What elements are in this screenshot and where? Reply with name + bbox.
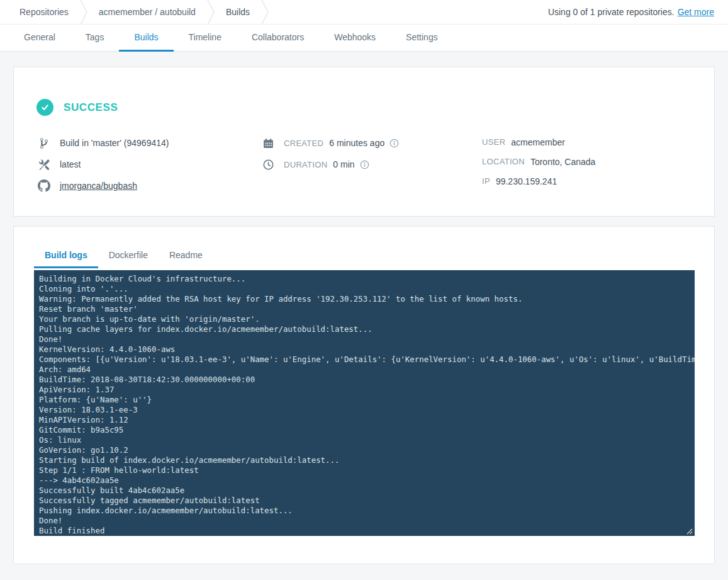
location-row: LOCATION Toronto, Canada: [482, 152, 692, 171]
tab-webhooks[interactable]: Webhooks: [319, 25, 391, 52]
user-value: acmemember: [511, 137, 565, 147]
main-content: SUCCESS Build in 'master' (94969414) lat…: [0, 52, 728, 576]
wrench-icon: [36, 159, 52, 170]
ip-value: 99.230.159.241: [496, 176, 557, 186]
chevron-separator-icon: [80, 0, 87, 25]
get-more-link[interactable]: Get more: [678, 7, 714, 17]
breadcrumb-builds[interactable]: Builds: [226, 0, 250, 25]
build-branch-label: Build in 'master' (94969414): [60, 138, 169, 148]
source-repo-link[interactable]: jmorganca/bugbash: [60, 181, 137, 191]
breadcrumb: Repositories acmemember / autobuild Buil…: [20, 0, 280, 24]
user-label: USER: [482, 137, 505, 147]
resize-handle-icon[interactable]: [686, 528, 693, 535]
location-label: LOCATION: [482, 157, 525, 166]
duration-value: 0 min: [333, 159, 354, 169]
build-logs-card: Build logs Dockerfile Readme Building in…: [13, 226, 715, 564]
git-branch-icon: [36, 137, 52, 149]
build-branch-row: Build in 'master' (94969414): [36, 132, 260, 154]
created-label: CREATED: [284, 139, 323, 148]
log-tab-bar: Build logs Dockerfile Readme: [34, 243, 694, 268]
build-user-column: USER acmemember LOCATION Toronto, Canada…: [482, 132, 692, 196]
calendar-icon: [260, 138, 276, 149]
tab-collaborators[interactable]: Collaborators: [237, 25, 319, 52]
build-tag-label: latest: [60, 159, 81, 169]
github-icon: [36, 179, 52, 192]
duration-label: DURATION: [284, 160, 327, 169]
breadcrumb-repository[interactable]: acmemember / autobuild: [99, 0, 196, 25]
status-badge: SUCCESS: [64, 101, 118, 114]
ip-row: IP 99.230.159.241: [482, 171, 692, 191]
repo-tab-bar: General Tags Builds Timeline Collaborato…: [0, 25, 728, 52]
build-tag-row: latest: [36, 154, 260, 175]
build-times-column: CREATED 6 minutes ago DURATION 0 min: [260, 132, 482, 196]
source-repo-row: jmorganca/bugbash: [36, 175, 260, 196]
chevron-separator-icon: [207, 0, 215, 25]
created-row: CREATED 6 minutes ago: [260, 132, 482, 154]
success-check-icon: [36, 99, 53, 116]
build-source-column: Build in 'master' (94969414) latest jmor…: [36, 132, 260, 196]
log-output-wrap: Building in Docker Cloud's infrastructur…: [34, 270, 694, 536]
chevron-separator-icon: [261, 0, 269, 25]
tab-general[interactable]: General: [9, 25, 70, 52]
tab-readme[interactable]: Readme: [159, 243, 213, 268]
build-info-grid: Build in 'master' (94969414) latest jmor…: [36, 132, 692, 196]
user-row: USER acmemember: [482, 132, 692, 152]
info-icon[interactable]: [360, 160, 369, 169]
private-repo-usage-text: Using 0 of 1 private repositories.: [548, 7, 675, 17]
breadcrumb-bar: Repositories acmemember / autobuild Buil…: [0, 0, 728, 25]
created-value: 6 minutes ago: [329, 138, 384, 148]
tab-tags[interactable]: Tags: [70, 25, 120, 52]
tab-settings[interactable]: Settings: [391, 25, 453, 52]
info-icon[interactable]: [389, 139, 399, 148]
build-summary-card: SUCCESS Build in 'master' (94969414) lat…: [13, 67, 715, 217]
ip-label: IP: [482, 176, 490, 186]
tab-dockerfile[interactable]: Dockerfile: [98, 243, 159, 268]
location-value: Toronto, Canada: [530, 157, 596, 167]
clock-icon: [260, 159, 276, 170]
tab-builds[interactable]: Builds: [119, 25, 173, 52]
tab-timeline[interactable]: Timeline: [174, 25, 237, 52]
duration-row: DURATION 0 min: [260, 154, 482, 175]
tab-build-logs[interactable]: Build logs: [34, 243, 98, 268]
breadcrumb-repositories[interactable]: Repositories: [20, 0, 69, 25]
build-status-row: SUCCESS: [36, 99, 692, 116]
build-log-output[interactable]: Building in Docker Cloud's infrastructur…: [34, 270, 695, 536]
